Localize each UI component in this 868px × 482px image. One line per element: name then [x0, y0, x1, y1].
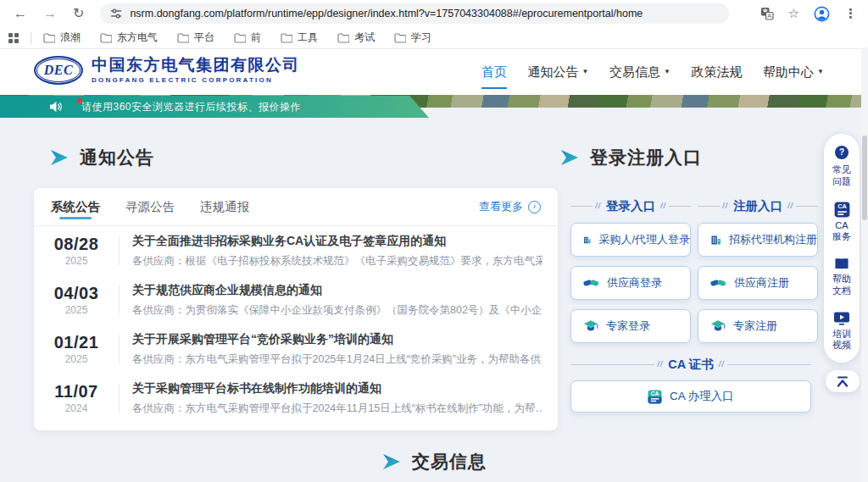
ca-badge-icon: CA [834, 202, 850, 218]
notice-date: 11/07 2024 [34, 380, 119, 416]
tab-system-notices[interactable]: 系统公告 [51, 188, 100, 225]
notice-row[interactable]: 01/21 2025 关于开展采购管理平台“竞价采购业务”培训的通知 各供应商：… [34, 324, 558, 374]
chevron-down-icon: ▼ [582, 69, 589, 75]
bookmark-folder[interactable]: 考试 [337, 30, 375, 45]
ca-apply-button[interactable]: CA CA 办理入口 [570, 380, 811, 413]
graduation-cap-icon [710, 319, 726, 333]
nav-notices[interactable]: 通知公告▼ [528, 59, 589, 86]
notice-date: 01/21 2025 [34, 331, 119, 367]
quick-action-sidebar: ? 常见问题 CA CA服务 帮助文档 培训视频 [824, 134, 860, 363]
url-bar[interactable]: nsrm.dongfang.com/platform/runtime/epp/d… [100, 3, 729, 24]
handshake-icon [583, 277, 599, 289]
ca-group-header: // CA 证书 // [570, 356, 811, 373]
speaker-icon [49, 101, 63, 113]
chevron-down-icon: ▼ [817, 69, 824, 75]
bookmark-folder[interactable]: 学习 [394, 30, 431, 45]
question-bubble-icon: ? [833, 145, 850, 162]
building-icon [710, 233, 721, 247]
main-nav: 首页 通知公告▼ 交易信息▼ 政策法规 帮助中心▼ [481, 49, 824, 95]
notice-section-header: 通知公告 [51, 146, 154, 169]
notice-title[interactable]: 关于全面推进非招标采购业务CA认证及电子签章应用的通知 [132, 234, 542, 249]
bookmark-folder[interactable]: 东方电气 [100, 30, 158, 45]
notice-summary: 各供应商：根据《电子招标投标系统技术规范》《电子采购交易规范》要求，东方电气采购… [132, 254, 542, 269]
site-header: DEC 中国东方电气集团有限公司 DONGFANG ELECTRIC CORPO… [0, 49, 868, 95]
notification-badge-dot [77, 98, 82, 103]
notice-summary: 各供应商：东方电气采购管理平台拟于2025年1月24日上线“竞价采购”业务，为帮… [132, 352, 542, 367]
graduation-cap-icon [583, 319, 598, 333]
section-arrow-icon [561, 150, 578, 165]
bookmark-folder[interactable]: 浪潮 [43, 30, 81, 45]
notice-title[interactable]: 关于开展采购管理平台“竞价采购业务”培训的通知 [132, 332, 542, 347]
ca-badge-icon: CA [648, 390, 662, 404]
circle-arrow-icon: › [528, 201, 541, 213]
browser-toolbar: ← → ↻ nsrm.dongfang.com/platform/runtime… [0, 0, 868, 27]
forward-icon[interactable]: → [43, 7, 57, 20]
notice-summary: 各供应商：为贯彻落实《保障中小企业款项支付条例》（国务院令第802号）及《中小企… [132, 303, 542, 318]
nav-policies[interactable]: 政策法规 [691, 59, 742, 86]
notice-row[interactable]: 04/03 2025 关于规范供应商企业规模信息的通知 各供应商：为贯彻落实《保… [34, 275, 558, 324]
bookmark-star-icon[interactable]: ☆ [788, 6, 799, 21]
apps-grid-icon[interactable] [8, 33, 19, 43]
notice-card: 系统公告 寻源公告 违规通报 查看更多 › 08/28 2025 关于全面推进非… [34, 188, 558, 430]
toolbar-actions: A ☆ ⋮ [760, 6, 868, 22]
section-title: 通知公告 [80, 146, 154, 169]
book-icon [833, 257, 850, 271]
back-icon[interactable]: ← [14, 7, 27, 20]
company-name-zh: 中国东方电气集团有限公司 [92, 57, 300, 75]
trade-section-header: 交易信息 [383, 450, 487, 474]
help-docs-shortcut[interactable]: 帮助文档 [831, 257, 853, 297]
company-name-en: DONGFANG ELECTRIC CORPORATION [92, 76, 300, 84]
scrollbar[interactable] [861, 47, 868, 482]
handshake-icon [710, 277, 726, 289]
arrow-up-icon [836, 376, 849, 387]
svg-text:CA: CA [837, 202, 847, 210]
nav-help-center[interactable]: 帮助中心▼ [763, 59, 824, 86]
profile-avatar-icon[interactable] [814, 6, 830, 22]
purchaser-login-button[interactable]: 采购人/代理人登录 [570, 223, 691, 257]
bookmark-folder[interactable]: 平台 [177, 30, 214, 45]
nav-trade-info[interactable]: 交易信息▼ [609, 59, 670, 86]
notice-tabs: 系统公告 寻源公告 违规通报 查看更多 › [34, 188, 558, 226]
login-register-buttons: 采购人/代理人登录 招标代理机构注册 供应商登录 供应商注册 专家登录 专家注册 [570, 223, 818, 343]
notice-summary: 各供应商：东方电气采购管理平台拟于2024年11月15日上线“标书在线制作”功能… [132, 402, 542, 416]
url-text: nsrm.dongfang.com/platform/runtime/epp/d… [130, 8, 643, 19]
supplier-login-button[interactable]: 供应商登录 [570, 266, 691, 300]
faq-shortcut[interactable]: ? 常见问题 [831, 145, 853, 188]
register-group-header: // 注册入口 // [698, 197, 818, 214]
browser-window: ← → ↻ nsrm.dongfang.com/platform/runtime… [0, 0, 868, 482]
bookmark-folder[interactable]: 前 [234, 30, 261, 45]
notice-date: 08/28 2025 [34, 233, 119, 269]
login-group-header: // 登录入口 // [570, 197, 691, 214]
menu-icon[interactable]: ⋮ [844, 6, 857, 21]
expert-login-button[interactable]: 专家登录 [570, 309, 691, 343]
notice-date: 04/03 2025 [34, 282, 119, 318]
expert-register-button[interactable]: 专家注册 [698, 309, 818, 343]
dec-logo-oval: DEC [34, 56, 83, 85]
tab-violation-reports[interactable]: 违规通报 [200, 188, 249, 225]
nav-home[interactable]: 首页 [481, 59, 507, 86]
company-logo[interactable]: DEC 中国东方电气集团有限公司 DONGFANG ELECTRIC CORPO… [34, 56, 300, 85]
svg-text:?: ? [839, 147, 844, 157]
supplier-register-button[interactable]: 供应商注册 [698, 266, 818, 300]
tab-sourcing-notices[interactable]: 寻源公告 [125, 188, 175, 225]
translate-icon[interactable]: A [760, 7, 774, 20]
agency-register-button[interactable]: 招标代理机构注册 [698, 223, 818, 257]
svg-text:A: A [767, 12, 771, 19]
training-videos-shortcut[interactable]: 培训视频 [831, 311, 853, 352]
bookmark-folder[interactable]: 工具 [281, 30, 318, 45]
notice-row[interactable]: 11/07 2024 关于采购管理平台标书在线制作功能培训的通知 各供应商：东方… [34, 374, 558, 423]
section-arrow-icon [51, 150, 68, 165]
section-title: 登录注册入口 [590, 146, 702, 169]
reload-icon[interactable]: ↻ [73, 7, 84, 20]
ticker-text: 请使用360安全浏览器进行后续投标、报价操作 [81, 100, 301, 114]
back-to-top-button[interactable] [826, 370, 860, 392]
view-more-link[interactable]: 查看更多 › [479, 199, 541, 214]
scrollbar-thumb[interactable] [862, 136, 867, 220]
notice-title[interactable]: 关于规范供应商企业规模信息的通知 [132, 283, 542, 298]
building-icon [583, 233, 591, 247]
notice-title[interactable]: 关于采购管理平台标书在线制作功能培训的通知 [132, 381, 542, 396]
notice-row[interactable]: 08/28 2025 关于全面推进非招标采购业务CA认证及电子签章应用的通知 各… [34, 226, 558, 275]
site-settings-icon[interactable] [110, 8, 122, 19]
bookmarks-bar: 浪潮 东方电气 平台 前 工具 考试 学习 [0, 27, 868, 49]
ca-service-shortcut[interactable]: CA CA服务 [831, 202, 853, 244]
